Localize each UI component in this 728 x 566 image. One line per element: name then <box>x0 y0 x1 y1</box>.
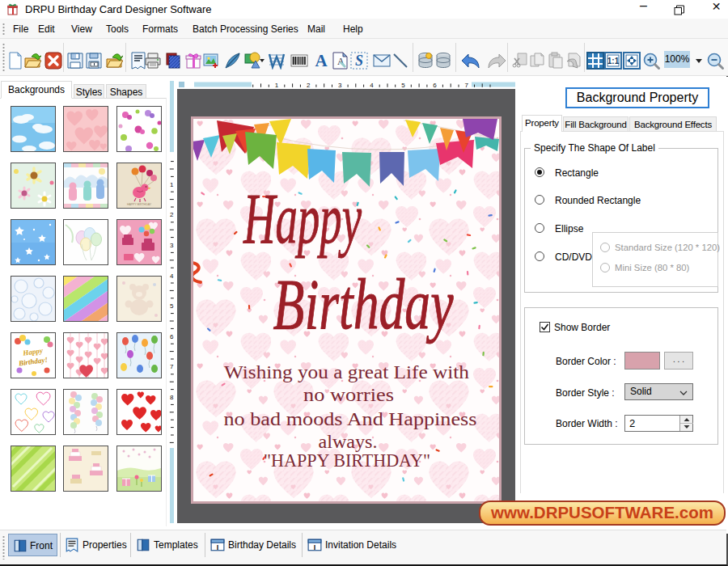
svg-text:5: 5 <box>170 302 174 310</box>
svg-text:S: S <box>355 53 363 69</box>
svg-text:3: 3 <box>338 82 342 88</box>
svg-text:Wishing you a great Life with: Wishing you a great Life with <box>224 361 469 382</box>
svg-text:1: 1 <box>275 82 279 88</box>
svg-text:2: 2 <box>170 211 174 218</box>
svg-text:HAPPY BIRTHDAY: HAPPY BIRTHDAY <box>127 203 152 206</box>
svg-text:2: 2 <box>307 82 311 88</box>
svg-text:4: 4 <box>170 272 174 280</box>
svg-text:3: 3 <box>170 242 174 249</box>
svg-text:no worries: no worries <box>303 384 394 405</box>
svg-text:5: 5 <box>401 82 405 88</box>
svg-text:1:1: 1:1 <box>607 57 620 65</box>
svg-text:Happy: Happy <box>243 180 362 258</box>
svg-text:Birthday: Birthday <box>273 265 455 344</box>
svg-text:no bad moods And Happiness: no bad moods And Happiness <box>224 408 477 429</box>
svg-text:6: 6 <box>433 82 437 88</box>
svg-text:"HAPPY BIRTHDAY": "HAPPY BIRTHDAY" <box>264 450 430 471</box>
svg-text:1: 1 <box>170 181 174 188</box>
svg-text:7: 7 <box>465 82 469 88</box>
svg-text:4: 4 <box>370 82 374 88</box>
svg-text:A: A <box>315 52 328 70</box>
svg-text:6: 6 <box>170 333 174 340</box>
svg-text:I: I <box>314 543 316 551</box>
svg-text:8: 8 <box>170 394 174 401</box>
svg-text:I: I <box>217 543 219 551</box>
svg-text:7: 7 <box>170 363 174 370</box>
